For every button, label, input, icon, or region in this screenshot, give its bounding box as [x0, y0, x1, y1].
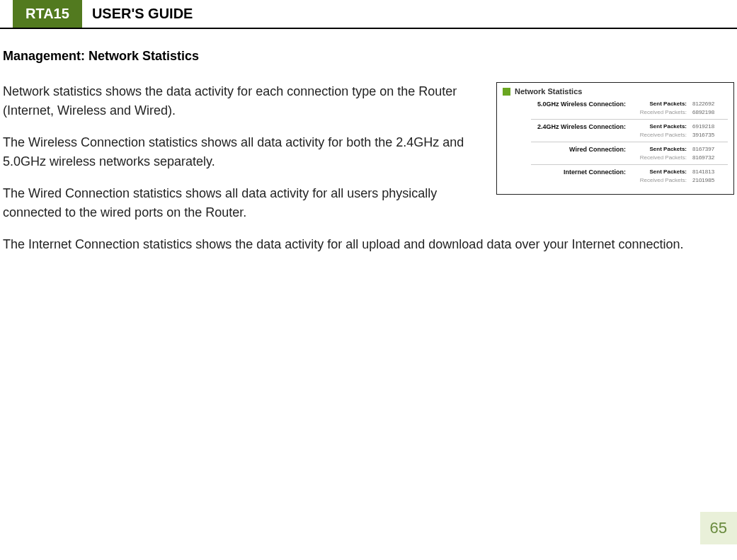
- conn-label-wired: Wired Connection:: [503, 146, 626, 153]
- sent-label: Sent Packets:: [632, 168, 687, 176]
- stat-block-internet: Internet Connection: Sent Packets: 81418…: [503, 168, 728, 184]
- header-title: USER'S GUIDE: [82, 0, 203, 28]
- page-number: 65: [700, 512, 737, 544]
- paragraph-1: Network statistics shows the data activi…: [3, 82, 479, 120]
- recv-label: Received Packets:: [632, 177, 687, 183]
- recv-value-5ghz: 6892198: [692, 109, 728, 115]
- recv-label: Received Packets:: [632, 154, 687, 161]
- body-text-full: The Internet Connection statistics shows…: [3, 235, 734, 254]
- conn-label-internet: Internet Connection:: [503, 168, 626, 176]
- sent-label: Sent Packets:: [632, 101, 687, 108]
- stat-block-24ghz: 2.4GHz Wireless Connection: Sent Packets…: [503, 122, 728, 139]
- stat-block-5ghz: 5.0GHz Wireless Connection: Sent Packets…: [503, 100, 728, 116]
- recv-label: Received Packets:: [632, 109, 687, 115]
- body-text-column: Network statistics shows the data activi…: [3, 82, 479, 235]
- sent-value-wired: 8167397: [692, 146, 728, 153]
- recv-label: Received Packets:: [632, 132, 687, 138]
- recv-value-wired: 8169732: [692, 154, 728, 161]
- screenshot-title-text: Network Statistics: [515, 87, 582, 96]
- sent-value-internet: 8141813: [692, 168, 728, 176]
- stat-block-wired: Wired Connection: Sent Packets: 8167397 …: [503, 145, 728, 161]
- divider-line: [531, 142, 728, 142]
- divider-line: [531, 119, 728, 120]
- sent-label: Sent Packets:: [632, 146, 687, 153]
- paragraph-4: The Internet Connection statistics shows…: [3, 235, 734, 254]
- recv-value-24ghz: 3916735: [692, 132, 728, 138]
- screenshot-title-row: Network Statistics: [503, 87, 728, 96]
- sent-value-24ghz: 6919218: [692, 123, 728, 130]
- paragraph-2: The Wireless Connection statistics shows…: [3, 133, 479, 171]
- section-title: Management: Network Statistics: [3, 49, 734, 64]
- conn-label-5ghz: 5.0GHz Wireless Connection:: [503, 101, 626, 108]
- header-badge: RTA15: [13, 0, 82, 28]
- conn-label-24ghz: 2.4GHz Wireless Connection:: [503, 123, 626, 130]
- divider-line: [531, 164, 728, 165]
- paragraph-3: The Wired Connection statistics shows al…: [3, 184, 479, 222]
- sent-label: Sent Packets:: [632, 123, 687, 130]
- sent-value-5ghz: 8122692: [692, 101, 728, 108]
- green-square-icon: [503, 88, 510, 96]
- network-statistics-screenshot: Network Statistics 5.0GHz Wireless Conne…: [496, 82, 734, 195]
- document-header: RTA15 USER'S GUIDE: [0, 0, 737, 29]
- recv-value-internet: 2101985: [692, 177, 728, 183]
